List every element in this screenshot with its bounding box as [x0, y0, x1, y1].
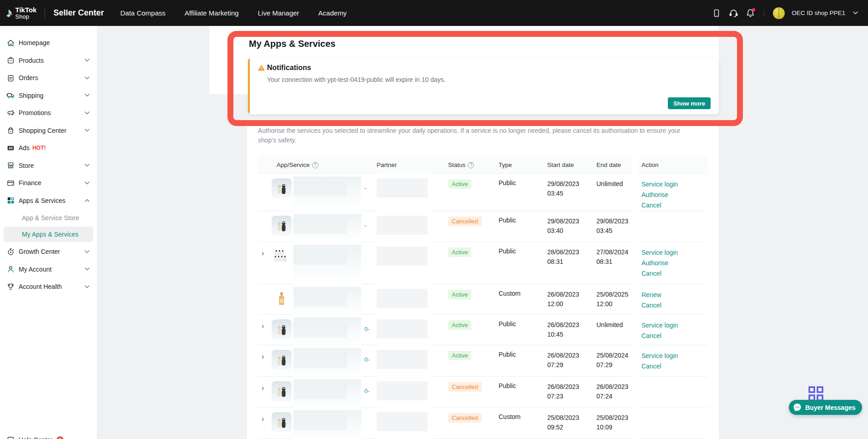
date-line: 26/08/2023	[547, 351, 596, 360]
column-header-partner: Partner	[377, 156, 448, 174]
mobile-app-icon[interactable]	[712, 8, 722, 18]
expand-chevron-icon[interactable]: ›	[262, 412, 272, 439]
blur-blob	[377, 178, 428, 197]
show-more-button[interactable]: Show more	[668, 97, 711, 109]
blur-blob	[377, 412, 428, 431]
help-center-badge: 1	[56, 436, 64, 439]
end-date-cell: 26/08/202307:24	[596, 377, 632, 408]
growth-icon	[6, 247, 15, 256]
help-circle-icon[interactable]: ?	[468, 162, 474, 168]
nav-menu: Data CompassAffiliate MarketingLive Mana…	[121, 9, 347, 17]
type-cell: Public	[499, 174, 547, 211]
home-icon	[6, 38, 15, 47]
sidebar-item-store[interactable]: Store	[0, 157, 97, 175]
tiktok-shop-logo[interactable]: ♪ TikTok Shop	[6, 6, 36, 20]
support-headset-icon[interactable]	[728, 8, 738, 18]
start-date-cell: 28/08/202308:31	[547, 242, 596, 284]
sidebar-item-label: Ads	[19, 144, 30, 151]
status-cell: Active	[448, 284, 499, 315]
action-link-authorise[interactable]: Authorise	[641, 258, 668, 268]
sidebar-item-apps-services[interactable]: Apps & Services	[0, 192, 97, 210]
expand-chevron-icon[interactable]: ›	[262, 247, 272, 284]
notification-dot	[752, 8, 755, 11]
shopping-center-icon	[6, 126, 15, 135]
action-link-cancel[interactable]: Cancel	[641, 331, 661, 341]
notifications-bell-icon[interactable]	[745, 8, 755, 18]
action-cell	[639, 211, 708, 242]
action-link-authorise[interactable]: Authorise	[641, 190, 668, 200]
nav-item-affiliate-marketing[interactable]: Affiliate Marketing	[185, 9, 239, 17]
partner-cell-redacted	[377, 377, 448, 408]
sidebar-item-label: Shopping Center	[19, 127, 85, 134]
time-line: 07:23	[547, 392, 596, 401]
app-service-cell: -	[258, 211, 377, 242]
blur-blob	[293, 353, 347, 368]
action-cell: Service loginAuthoriseCancel	[639, 174, 708, 211]
sidebar-list: HomepageProductsOrdersShippingPromotions…	[0, 34, 97, 296]
figures-app-icon	[272, 412, 292, 432]
action-link-cancel[interactable]: Cancel	[641, 361, 661, 372]
table-row: ›CancelledCustom25/08/202309:5225/08/202…	[258, 408, 708, 439]
nav-item-live-manager[interactable]: Live Manager	[258, 9, 299, 17]
type-cell: Public	[499, 377, 547, 408]
sidebar-item-help-center[interactable]: ?Help Center1	[0, 431, 97, 439]
shop-avatar[interactable]	[773, 7, 785, 19]
action-link-cancel[interactable]: Cancel	[641, 200, 661, 211]
blur-blob	[377, 247, 428, 266]
column-label: Action	[641, 161, 659, 168]
column-header-start-date: Start date	[547, 156, 596, 174]
sidebar-item-ads[interactable]: ADAdsHOT!	[0, 139, 97, 157]
action-link-cancel[interactable]: Cancel	[641, 268, 661, 279]
sidebar-item-homepage[interactable]: Homepage	[0, 34, 97, 52]
buyer-messages-button[interactable]: Buyer Messages	[789, 400, 862, 415]
expand-chevron-icon[interactable]: ›	[262, 319, 272, 345]
nav-item-data-compass[interactable]: Data Compass	[121, 9, 166, 17]
sidebar-item-my-account[interactable]: My Account	[0, 261, 97, 278]
table-row: ›0-ActivePublic26/08/202310:45UnlimitedS…	[258, 315, 708, 345]
help-circle-icon[interactable]: ?	[312, 162, 318, 168]
action-link-renew[interactable]: Renew	[641, 290, 661, 300]
app-name-redacted	[292, 289, 377, 314]
sidebar-item-account-health[interactable]: Account Health	[0, 278, 97, 296]
app-name-fragment: 0-	[364, 356, 370, 363]
time-line: 08:31	[547, 257, 596, 267]
sidebar-item-app-service-store[interactable]: App & Service Store	[4, 210, 93, 226]
chevron-down-icon[interactable]	[853, 11, 858, 15]
end-date-cell: Unlimited	[596, 315, 632, 345]
time-line: 12:00	[547, 299, 596, 309]
sidebar-item-label: Orders	[19, 74, 85, 81]
action-link-service-login[interactable]: Service login	[641, 351, 678, 361]
expand-chevron-icon[interactable]: ›	[262, 350, 272, 376]
date-line: 27/08/2024	[596, 247, 632, 257]
nav-seller-center[interactable]: Seller Center	[53, 8, 104, 18]
date-line: 25/08/2024	[596, 351, 632, 360]
date-line: 29/08/2023	[596, 217, 632, 226]
sidebar-item-shopping-center[interactable]: Shopping Center	[0, 122, 97, 140]
sidebar-item-orders[interactable]: Orders	[0, 69, 97, 87]
app-name-redacted: 0-	[292, 319, 377, 345]
date-line: Unlimited	[596, 320, 632, 330]
orders-icon	[6, 73, 15, 82]
help-center-row[interactable]: ?Help Center1	[0, 431, 97, 439]
date-line: 25/08/2025	[596, 290, 632, 299]
sidebar-item-shipping[interactable]: Shipping	[0, 87, 97, 105]
finance-icon	[6, 178, 15, 187]
sidebar-item-promotions[interactable]: Promotions	[0, 104, 97, 122]
sidebar-item-growth-center[interactable]: Growth Center	[0, 243, 97, 261]
apps-table: App/Service?PartnerStatus?TypeStart date…	[258, 156, 708, 439]
sidebar-item-finance[interactable]: Finance	[0, 174, 97, 192]
action-link-service-login[interactable]: Service login	[641, 247, 678, 258]
action-link-service-login[interactable]: Service login	[641, 179, 678, 190]
action-link-service-login[interactable]: Service login	[641, 320, 678, 331]
sidebar-item-products[interactable]: Products	[0, 52, 97, 70]
sidebar-item-my-apps-services[interactable]: My Apps & Services	[4, 227, 93, 242]
column-label: App/Service	[277, 161, 310, 168]
account-name[interactable]: OEC ID shop PPE1	[792, 10, 845, 16]
nav-right: OEC ID shop PPE1	[712, 7, 858, 19]
expand-chevron-icon[interactable]: ›	[262, 381, 272, 407]
nav-item-academy[interactable]: Academy	[318, 9, 347, 17]
action-link-cancel[interactable]: Cancel	[641, 300, 661, 311]
partner-cell-redacted	[377, 174, 448, 211]
chevron-down-icon	[85, 76, 90, 80]
expand-spacer	[262, 289, 272, 314]
